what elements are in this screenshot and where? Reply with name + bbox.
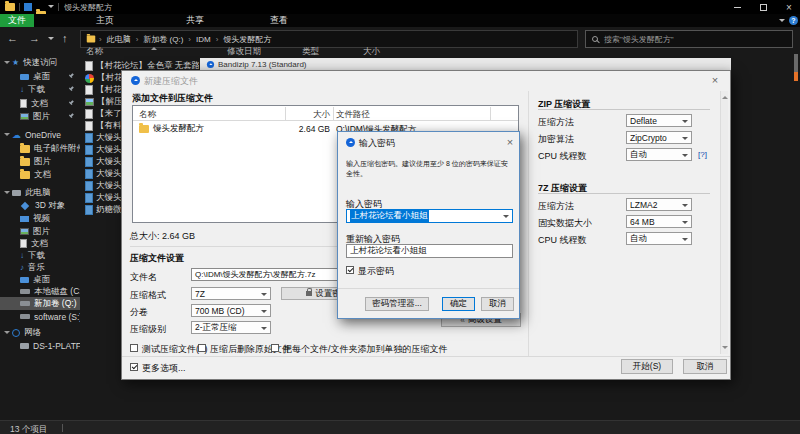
column-header-date[interactable]: 修改日期 xyxy=(227,46,261,58)
start-button[interactable]: 开始(S) xyxy=(621,359,673,374)
sevenz-solid-size-select[interactable]: 64 MB xyxy=(626,215,692,228)
pictures-icon xyxy=(20,113,29,120)
folder-icon xyxy=(139,125,149,133)
sevenz-method-select[interactable]: LZMA2 xyxy=(626,198,692,211)
chevron-down-icon[interactable] xyxy=(503,215,509,221)
divider xyxy=(122,356,730,357)
dialog-scrollbar[interactable] xyxy=(720,91,728,354)
recent-locations-icon[interactable] xyxy=(48,37,54,43)
close-icon[interactable]: × xyxy=(503,136,517,148)
sidebar-item-3d-objects[interactable]: 3D 对象 xyxy=(0,199,80,212)
sidebar-item-network[interactable]: 网络 xyxy=(0,326,80,339)
star-icon: ★ xyxy=(12,58,19,67)
tab-view[interactable]: 查看 xyxy=(262,14,296,27)
breadcrumb-idm[interactable]: IDM xyxy=(196,35,211,44)
file-icon xyxy=(85,133,93,143)
list-row-name[interactable]: 馒头发酵配方 xyxy=(139,123,279,135)
drive-icon xyxy=(20,301,30,306)
cpu-threads-help-link[interactable]: [?] xyxy=(698,150,707,159)
pictures-icon xyxy=(20,228,29,235)
file-icon xyxy=(85,193,93,203)
password-cancel-button[interactable]: 取消 xyxy=(481,297,514,311)
help-icon[interactable]: ? xyxy=(789,16,798,25)
zip-cpu-threads-label: CPU 线程数 xyxy=(538,150,587,163)
close-icon[interactable]: × xyxy=(708,74,722,86)
separate-archives-checkbox[interactable] xyxy=(271,344,279,352)
scrollbar-orange-marker[interactable] xyxy=(794,72,798,81)
divider xyxy=(528,91,529,356)
split-select[interactable]: 700 MB (CD) xyxy=(191,304,271,317)
maximize-button[interactable] xyxy=(754,1,772,13)
sidebar-item-email-attachments[interactable]: 电子邮件附件 xyxy=(0,142,80,155)
download-icon: ↓ xyxy=(20,251,24,260)
breadcrumb-this-pc[interactable]: 此电脑 xyxy=(107,34,131,45)
breadcrumb-drive-q[interactable]: 新加卷 (Q:) xyxy=(143,34,183,45)
sidebar-item-desktop[interactable]: 桌面 xyxy=(0,70,80,83)
ok-button[interactable]: 确定 xyxy=(442,297,475,311)
network-icon xyxy=(12,329,20,337)
music-icon: ♪ xyxy=(20,263,24,272)
password-manager-button[interactable]: 密码管理器... xyxy=(365,297,429,311)
format-select[interactable]: 7Z xyxy=(191,287,271,300)
scroll-up-icon[interactable] xyxy=(722,93,728,99)
enter-password-field[interactable]: 上村花论坛看小姐姐 xyxy=(346,209,513,223)
show-password-checkbox[interactable] xyxy=(346,266,354,274)
search-input[interactable]: 搜索"馒头发酵配方" xyxy=(585,30,793,48)
breadcrumb-current-folder[interactable]: 馒头发酵配方 xyxy=(223,34,271,45)
level-select[interactable]: 2-正常压缩 xyxy=(191,321,271,334)
divider xyxy=(538,193,710,194)
zip-cpu-threads-select[interactable]: 自动 xyxy=(626,148,692,161)
sidebar-item-onedrive-pictures[interactable]: 图片 xyxy=(0,155,80,168)
divider xyxy=(133,120,518,121)
bandizip-window-titlebar[interactable]: Bandizip 7.13 (Standard) xyxy=(200,58,731,70)
sidebar-item-this-pc[interactable]: 此电脑 xyxy=(0,186,80,199)
sidebar-item-quick-access[interactable]: ★快速访问 xyxy=(0,56,80,69)
window-title: 馒头发酵配方 xyxy=(64,2,112,13)
sidebar-item-drive-s[interactable]: software (S:) xyxy=(0,310,80,323)
sidebar-item-network-pc[interactable]: DS-1-PLATFORM xyxy=(0,339,80,352)
forward-icon[interactable]: → xyxy=(29,32,40,44)
column-header-name[interactable]: 名称 xyxy=(86,46,103,58)
sevenz-solid-size-label: 固实数据大小 xyxy=(538,217,592,230)
column-header-size[interactable]: 大小 xyxy=(363,46,380,58)
video-icon xyxy=(20,216,29,222)
chevron-down-icon[interactable] xyxy=(4,331,10,337)
tab-file[interactable]: 文件 xyxy=(0,14,34,27)
up-icon[interactable]: ↑ xyxy=(62,32,68,44)
quick-access-properties-icon[interactable] xyxy=(24,3,32,11)
zip-encryption-select[interactable]: ZipCrypto xyxy=(626,131,692,144)
chevron-down-icon[interactable] xyxy=(4,191,10,197)
search-icon xyxy=(592,36,598,42)
chevron-down-icon[interactable] xyxy=(4,61,10,67)
divider xyxy=(538,109,710,110)
quick-access-customize-icon[interactable] xyxy=(48,5,54,11)
close-button[interactable]: × xyxy=(780,1,798,13)
scrollbar-thumb[interactable] xyxy=(794,54,798,72)
delete-original-checkbox[interactable] xyxy=(198,344,206,352)
tab-share[interactable]: 共享 xyxy=(178,14,212,27)
sevenz-cpu-threads-select[interactable]: 自动 xyxy=(626,232,692,245)
reenter-password-field[interactable]: 上村花论坛看小姐姐 xyxy=(346,244,513,258)
sidebar-item-pictures[interactable]: 图片 xyxy=(0,110,80,123)
ribbon-expand-icon[interactable] xyxy=(779,19,785,25)
minimize-button[interactable] xyxy=(728,1,746,13)
sidebar-item-drive-q[interactable]: 新加卷 (Q:) xyxy=(0,297,80,310)
back-icon[interactable]: ← xyxy=(7,32,18,44)
sidebar-item-onedrive[interactable]: ☁OneDrive xyxy=(0,128,80,141)
file-icon xyxy=(85,121,93,131)
sidebar-item-videos[interactable]: 视频 xyxy=(0,212,80,225)
scroll-down-icon[interactable] xyxy=(722,346,728,352)
more-options-checkbox[interactable] xyxy=(130,363,138,371)
sidebar-item-downloads[interactable]: ↓下载 xyxy=(0,83,80,96)
column-header-type[interactable]: 类型 xyxy=(302,46,319,58)
cancel-button[interactable]: 取消 xyxy=(683,359,727,374)
maximize-icon xyxy=(760,4,767,11)
tab-home[interactable]: 主页 xyxy=(88,14,122,27)
folder-icon xyxy=(20,145,30,153)
zip-method-select[interactable]: Deflate xyxy=(626,114,692,127)
test-archive-checkbox[interactable] xyxy=(130,344,138,352)
sidebar-item-onedrive-documents[interactable]: 文档 xyxy=(0,168,80,181)
sevenz-method-label: 压缩方法 xyxy=(538,200,574,213)
chevron-down-icon[interactable] xyxy=(4,133,10,139)
sidebar-item-documents[interactable]: 文档 xyxy=(0,97,80,110)
